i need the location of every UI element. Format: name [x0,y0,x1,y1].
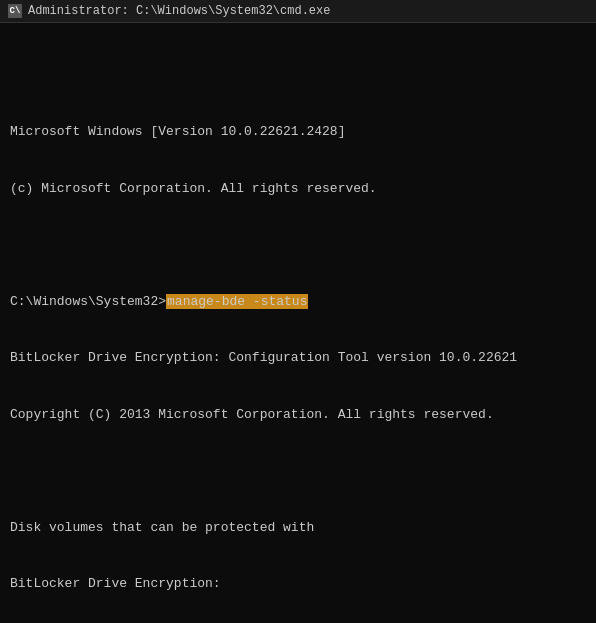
console-line-blank3 [10,462,586,481]
console-line-blank1 [10,67,586,86]
console-line-version: Microsoft Windows [Version 10.0.22621.24… [10,123,586,142]
title-icon: C\ [8,4,22,18]
console-line-bde-title2: Copyright (C) 2013 Microsoft Corporation… [10,406,586,425]
console-line-bitlocker-label: BitLocker Drive Encryption: [10,575,586,594]
prompt-text: C:\Windows\System32> [10,294,166,309]
command-highlight: manage-bde -status [166,294,308,309]
console-line-disk-volumes: Disk volumes that can be protected with [10,519,586,538]
console-body: Microsoft Windows [Version 10.0.22621.24… [0,23,596,623]
console-line-blank2 [10,236,586,255]
title-bar: C\ Administrator: C:\Windows\System32\cm… [0,0,596,23]
console-line-copyright: (c) Microsoft Corporation. All rights re… [10,180,586,199]
window-title: Administrator: C:\Windows\System32\cmd.e… [28,4,330,18]
console-line-bde-title1: BitLocker Drive Encryption: Configuratio… [10,349,586,368]
console-line-prompt-cmd: C:\Windows\System32>manage-bde -status [10,293,586,312]
